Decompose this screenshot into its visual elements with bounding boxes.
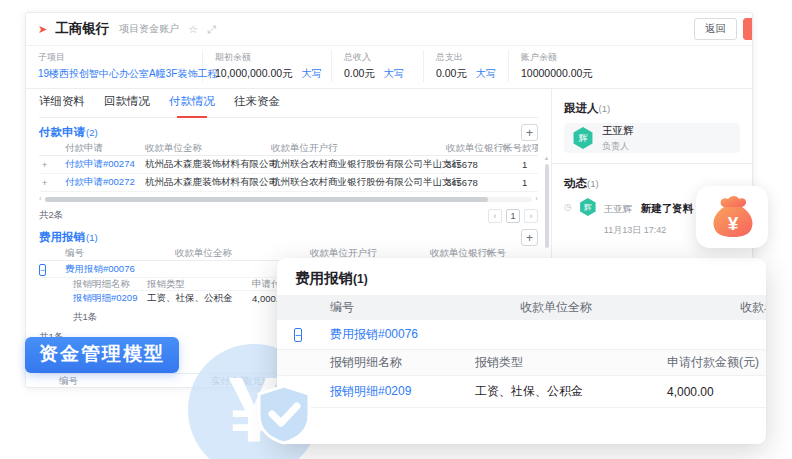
subproject-link[interactable]: 19楼西投创智中心办公室A幢3F装饰工程 <box>38 67 217 81</box>
col-header: 报销类型 <box>475 354 667 371</box>
uppercase-link[interactable]: 大写 <box>476 67 496 81</box>
detail-link[interactable]: 报销明细#0209 <box>73 292 147 305</box>
pagination: ‹ 1 › <box>488 209 538 223</box>
titlebar: ➤ 工商银行 项目资金账户 ☆ ⤢ 返回 编辑 <box>26 13 752 46</box>
collapse-row-icon[interactable]: − <box>294 328 302 342</box>
account-cell: 345678 <box>446 177 522 188</box>
edit-button[interactable]: 编辑 <box>743 18 753 40</box>
bank-cell: 杭州联合农村商业银行股份有限公司半山支行 <box>271 176 446 189</box>
screenshot-stage: ➤ 工商银行 项目资金账户 ☆ ⤢ 返回 编辑 子项目 19楼西投创智中心办公室… <box>0 0 792 459</box>
bank-cell: 杭州联合农村商业银行股份有限公司半山支行 <box>271 158 446 171</box>
total-count-text: 共2条 <box>39 209 63 222</box>
avatar: 辉 <box>579 198 597 216</box>
popup-header: 费用报销 (1) <box>277 258 766 295</box>
payee-cell: 杭州品木森鹿装饰材料有限公司 <box>145 176 271 189</box>
account-cell: 345678 <box>446 159 522 170</box>
popup-table-header: 编号 收款单位全称 收款单位开户行 <box>277 295 766 320</box>
detail-link[interactable]: 报销明细#0209 <box>330 383 475 400</box>
expense-section-header: 费用报销 (1) + <box>39 228 538 247</box>
summary-bar: 子项目 19楼西投创智中心办公室A幢3F装饰工程 期初余额 10,000,000… <box>26 46 752 89</box>
payment-list-footer: 共2条 ‹ 1 › <box>39 208 538 223</box>
content-cell: 1 <box>522 159 538 170</box>
collapse-row-icon[interactable]: − <box>39 264 46 276</box>
tab-transfers[interactable]: 往来资金 <box>234 90 280 117</box>
scroll-left-icon[interactable]: ‹ <box>39 195 42 203</box>
follower-count: (1) <box>599 103 611 114</box>
shield-check-icon <box>254 383 314 445</box>
col-header: 付款申请 <box>65 142 145 155</box>
summary-field-total-income: 总收入 0.00元 大写 <box>344 50 424 82</box>
page-subtitle: 项目资金账户 <box>119 22 179 36</box>
amount-cell: 4,000.00 <box>667 385 766 399</box>
col-header: 编号 <box>330 299 520 316</box>
payee-cell: 杭州品木森鹿装饰材料有限公司 <box>145 158 271 171</box>
star-icon[interactable]: ☆ <box>188 23 198 36</box>
follower-role: 负责人 <box>602 140 634 153</box>
col-header: 收款单位全称 <box>145 142 271 155</box>
col-header: 收款单位开户行 <box>740 299 766 316</box>
tab-collections[interactable]: 回款情况 <box>104 90 150 117</box>
col-header: 收款单位全称 <box>520 299 740 316</box>
activity-count: (1) <box>587 178 599 189</box>
payment-request-link[interactable]: 付款申请#00274 <box>65 158 145 171</box>
field-label: 期初余额 <box>215 51 319 64</box>
field-label: 总支出 <box>436 51 496 64</box>
payment-table: 付款申请 收款单位全称 收款单位开户行 收款单位银行帐号 款项内容 实际付款金额… <box>39 142 538 192</box>
payment-section-header: 付款申请 (2) + <box>39 123 538 142</box>
scroll-right-icon[interactable]: › <box>535 195 538 203</box>
tab-bar: 详细资料 回款情况 付款情况 往来资金 <box>39 89 538 118</box>
expense-link[interactable]: 费用报销#00076 <box>65 263 175 276</box>
activity-user: 王亚辉 <box>604 203 633 214</box>
col-header: 报销明细名称 <box>73 278 147 291</box>
scroll-up-icon[interactable]: ▲ <box>544 155 550 162</box>
add-payment-button[interactable]: + <box>521 124 538 141</box>
field-value: 0.00元 <box>344 67 375 81</box>
uppercase-link[interactable]: 大写 <box>302 67 322 81</box>
col-header: 报销明细名称 <box>330 354 475 371</box>
add-expense-button[interactable]: + <box>521 229 538 246</box>
scrollbar-thumb[interactable] <box>45 197 489 202</box>
tab-payments[interactable]: 付款情况 <box>169 90 215 117</box>
field-label: 账户余额 <box>521 51 593 64</box>
expand-icon[interactable]: ⤢ <box>207 23 216 36</box>
activity-action: 新建了资料 <box>641 202 694 214</box>
tab-details[interactable]: 详细资料 <box>39 90 85 117</box>
field-value: 10000000.00元 <box>521 67 593 81</box>
follower-name: 王亚辉 <box>602 124 634 138</box>
follower-title: 跟进人 <box>564 102 599 114</box>
clock-icon: ◷ <box>564 202 572 237</box>
activity-time: 11月13日 17:42 <box>604 224 693 237</box>
follower-header: 跟进人(1) <box>564 98 740 116</box>
model-badge: 资金管理模型 <box>25 337 179 373</box>
col-header: 款项内容 <box>522 142 538 155</box>
col-header: 编号 <box>65 247 175 260</box>
expand-row-icon[interactable]: + <box>39 178 65 188</box>
type-cell: 工资、社保、公积金 <box>147 292 252 305</box>
page-number[interactable]: 1 <box>506 209 520 223</box>
col-header: 报销类型 <box>147 278 252 291</box>
scrollbar-track[interactable] <box>45 197 533 202</box>
follower-card[interactable]: 辉 王亚辉 负责人 <box>564 123 740 153</box>
money-bag-icon: ¥ <box>709 196 755 238</box>
horizontal-scrollbar[interactable]: ‹ › <box>39 195 538 203</box>
uppercase-link[interactable]: 大写 <box>384 67 404 81</box>
page-title: 工商银行 <box>55 20 109 38</box>
section-count: (1) <box>86 232 98 243</box>
bank-marker-icon: ➤ <box>38 23 47 36</box>
activity-title: 动态 <box>564 177 587 189</box>
table-row: + 付款申请#00274 杭州品木森鹿装饰材料有限公司 杭州联合农村商业银行股份… <box>39 156 538 174</box>
field-value: 0.00元 <box>436 67 467 81</box>
page-prev-button[interactable]: ‹ <box>488 209 502 223</box>
summary-field-total-expense: 总支出 0.00元 大写 <box>436 50 509 82</box>
divider <box>552 163 752 164</box>
table-row: + 付款申请#00272 杭州品木森鹿装饰材料有限公司 杭州联合农村商业银行股份… <box>39 174 538 192</box>
expense-link[interactable]: 费用报销#00076 <box>330 326 520 343</box>
payment-request-link[interactable]: 付款申请#00272 <box>65 176 145 189</box>
page-next-button[interactable]: › <box>524 209 538 223</box>
scrollbar-thumb[interactable] <box>545 164 549 248</box>
popup-count: (1) <box>353 272 368 286</box>
summary-field-account-balance: 账户余额 10000000.00元 <box>521 50 605 82</box>
expand-row-icon[interactable]: + <box>39 160 65 170</box>
money-bag-sticker: ¥ <box>696 186 768 248</box>
back-button[interactable]: 返回 <box>694 18 737 40</box>
